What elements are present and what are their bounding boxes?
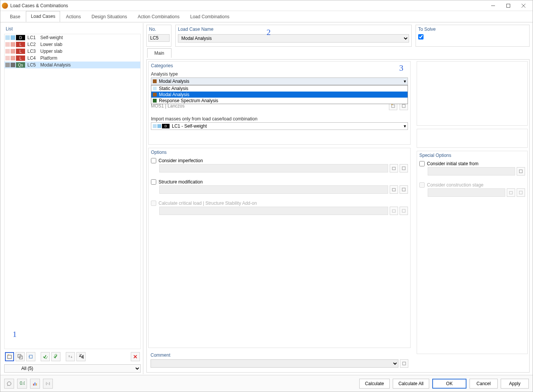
import-masses-select[interactable]: D LC1 - Self-weight ▾ [151,122,408,130]
svg-text:4: 4 [81,354,84,359]
titlebar: Load Cases & Combinations [0,0,533,11]
reorder-up-button[interactable] [66,352,75,361]
calculate-all-button[interactable]: Calculate All [393,379,429,389]
construction-stage-label: Consider construction stage [427,182,484,188]
filter-select[interactable]: All (5) [4,364,141,373]
tab-base[interactable]: Base [5,11,25,22]
close-button[interactable] [516,1,531,11]
chevron-down-icon: ▾ [404,79,406,84]
solve-field: To Solve [416,25,530,47]
renumber-button[interactable]: 24 [76,352,86,361]
imperfection-input[interactable] [159,164,388,172]
initial-state-edit-button[interactable] [517,167,525,175]
no-field: No. [146,25,171,47]
load-case-list[interactable]: DLC1Self-weightLLC2Lower slabLLC3Upper s… [4,34,141,349]
name-select[interactable]: Modal Analysis [178,34,409,43]
initial-state-label: Consider initial state from [427,161,478,166]
option-response-spectrum[interactable]: Response Spectrum Analysis [151,98,408,104]
graph-button[interactable] [30,379,40,389]
tab-design-situations[interactable]: Design Situations [87,11,132,22]
svg-rect-13 [402,167,405,170]
comment-title: Comment [151,352,408,359]
tab-actions[interactable]: Actions [61,11,86,22]
units-button[interactable]: 0.00 [17,379,27,389]
no-input[interactable] [148,34,170,42]
tab-load-cases[interactable]: Load Cases [26,11,60,22]
lc-name: Platform [40,55,57,61]
check-all-button[interactable] [41,352,50,361]
initial-state-checkbox[interactable] [419,161,425,166]
special-options-title: Special Options [419,153,525,160]
no-label: No. [147,25,171,33]
tab-load-combinations[interactable]: Load Combinations [185,11,234,22]
cancel-button[interactable]: Cancel [470,379,498,389]
svg-rect-14 [392,188,395,191]
imperfection-new-button[interactable] [390,164,398,172]
comment-edit-button[interactable] [400,359,408,368]
option-static-analysis[interactable]: Static Analysis [151,85,408,92]
annotation-3: 3 [399,63,403,73]
svg-rect-25 [33,384,34,386]
ok-button[interactable]: OK [432,379,466,389]
tab-action-combinations[interactable]: Action Combinations [133,11,184,22]
construction-stage-input [428,188,505,197]
svg-rect-16 [392,210,395,212]
lc-name: Modal Analysis [40,62,71,68]
construction-stage-checkbox [419,182,425,188]
lc-name: Lower slab [40,42,62,47]
structure-checkbox[interactable] [151,179,156,185]
imperfection-label: Consider imperfection [159,158,203,163]
chevron-down-icon: ▾ [404,123,406,129]
lc-code: LC5 [27,62,40,68]
comment-select[interactable] [151,359,398,368]
swatch-icon [5,56,10,60]
analysis-type-dropdown[interactable]: Modal Analysis ▾ Static Analysis Modal A… [151,77,408,85]
name-field: Load Case Name Modal Analysis 2 [175,25,412,47]
minimize-button[interactable] [485,1,501,11]
delete-button[interactable]: ✕ [131,352,140,361]
analysis-type-options: Static Analysis Modal Analysis Response … [151,85,408,104]
lc-code: LC2 [27,42,40,47]
swatch-icon [11,56,15,60]
category-badge: D [16,35,25,40]
maximize-button[interactable] [501,1,516,11]
option-modal-analysis[interactable]: Modal Analysis [151,92,408,98]
swatch-icon [5,42,10,47]
structure-input[interactable] [159,185,388,194]
lc1-swatch-a-icon [153,124,157,128]
initial-state-input[interactable] [428,167,515,175]
import-button[interactable] [26,352,35,361]
apply-button[interactable]: Apply [501,379,529,389]
list-toolbar: 24 ✕ [4,351,141,362]
imperfection-checkbox[interactable] [151,158,156,163]
solve-checkbox[interactable] [418,34,424,40]
list-item[interactable]: DLC1Self-weight [5,34,140,41]
new-button[interactable] [5,352,14,361]
structure-edit-button[interactable] [400,185,408,194]
main-tabs: Base Load Cases Actions Design Situation… [0,11,533,22]
category-badge: Qs [16,62,25,68]
settings-line: MOS1 | Lanczos [151,103,185,109]
svg-rect-21 [519,191,522,194]
imperfection-edit-button[interactable] [400,164,408,172]
annotation-2: 2 [266,27,271,37]
calculate-button[interactable]: Calculate [359,379,390,389]
structure-new-button[interactable] [390,185,398,194]
subtab-main[interactable]: Main [147,48,171,58]
categories-title: Categories [151,63,408,70]
uncheck-all-button[interactable] [51,352,60,361]
lc-code: LC3 [27,49,40,54]
list-item[interactable]: QsLC5Modal Analysis [5,62,140,68]
svg-text:0.00: 0.00 [20,381,25,386]
list-item[interactable]: LLC2Lower slab [5,41,140,48]
help-button[interactable] [4,379,14,389]
list-item[interactable]: LLC4Platform [5,55,140,62]
list-item[interactable]: LLC3Upper slab [5,48,140,55]
script-button[interactable] [43,379,53,389]
name-label: Load Case Name [176,25,411,33]
structure-label: Structure modification [159,179,203,185]
svg-rect-12 [392,167,395,170]
copy-button[interactable] [16,352,25,361]
lc-name: Upper slab [40,49,62,54]
import-masses-label: Import masses only from load case/load c… [151,115,408,122]
